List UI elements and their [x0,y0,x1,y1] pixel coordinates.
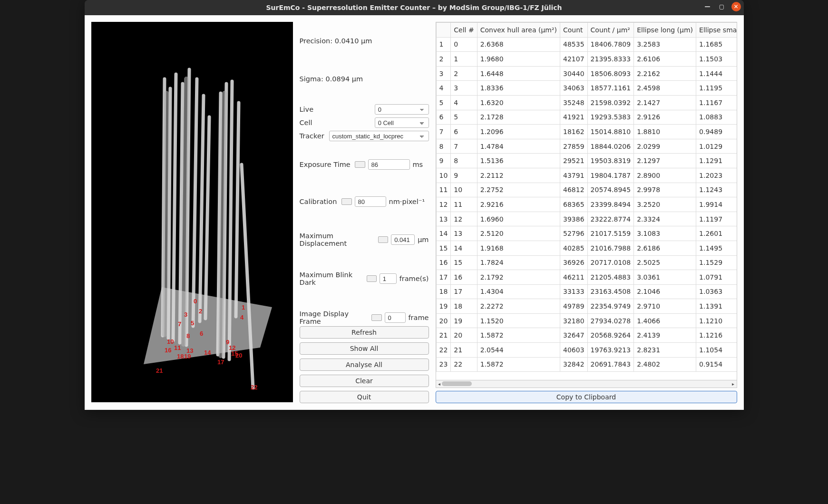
scroll-right-icon[interactable]: ▸ [730,380,737,387]
cell: 34063 [560,81,588,96]
cell: 1.1685 [696,37,737,52]
cell: 1.1216 [696,328,737,343]
table-row[interactable]: 22212.05444060319763.92132.82311.1054 [436,343,737,358]
tracker-select[interactable]: custom_static_kd_locprec [329,131,429,141]
cell: 2.9126 [634,110,696,125]
cell: 1.0363 [696,284,737,299]
maximize-button[interactable]: ▢ [717,2,727,11]
table-row[interactable]: 871.47842785918844.02062.02991.0129 [436,139,737,154]
scroll-thumb[interactable] [442,381,472,386]
table-row[interactable]: 16151.78243692620717.01082.50251.1529 [436,255,737,270]
exposure-label: Exposure Time [300,161,352,168]
calibration-slider[interactable] [341,198,352,205]
svg-text:16: 16 [165,347,171,354]
svg-text:18: 18 [177,353,184,360]
cell: 2.0299 [634,139,696,154]
svg-text:0: 0 [194,298,197,305]
cell: 1.8336 [477,81,560,96]
cell: 1.4304 [477,284,560,299]
cell: 1.1503 [696,52,737,67]
results-table[interactable]: Cell #Convex hull area (µm²)CountCount /… [436,22,737,372]
cell: 2.3324 [634,212,696,226]
svg-text:4: 4 [240,314,244,321]
maxdisp-slider[interactable] [378,236,389,243]
cell: 21205.4883 [587,270,634,285]
table-row[interactable]: 12112.92166836523399.84943.25201.9914 [436,197,737,212]
svg-text:22: 22 [251,384,257,391]
col-header[interactable]: Cell # [451,23,477,38]
analyseall-button[interactable]: Analyse All [300,359,429,371]
table-row[interactable]: 20191.15203218027934.02781.40661.1210 [436,313,737,328]
table-row[interactable]: 431.83363406318577.11612.45981.1195 [436,81,737,96]
table-row[interactable]: 981.51362952119503.83192.12971.1291 [436,154,737,168]
visualization-canvas[interactable]: 0 1 2 3 4 5 7 6 8 9 10 11 12 13 14 15 16 [91,22,293,402]
close-button[interactable]: ✕ [731,2,741,11]
table-row[interactable]: 211.96804210721395.83332.61061.1503 [436,52,737,67]
cell: 2.6106 [634,52,696,67]
table-row[interactable]: 541.63203524821598.03922.14271.1167 [436,95,737,110]
live-select[interactable]: 0 [375,104,429,115]
table-row[interactable]: 102.63684853518406.78093.25831.1685 [436,37,737,52]
showall-button[interactable]: Show All [300,342,429,355]
col-header[interactable]: Ellipse long (µm) [634,23,696,38]
app-window: SurEmCo - Superresolution Emitter Counte… [85,0,744,410]
copy-clipboard-button[interactable]: Copy to Clipboard [436,391,737,403]
cell: 1.1210 [696,313,737,328]
refresh-button[interactable]: Refresh [300,326,429,339]
col-header[interactable]: Ellipse small (µm) [696,23,737,38]
table-row[interactable]: 321.64483044018506.80932.21621.1444 [436,66,737,81]
row-number: 9 [436,154,451,168]
cell: 2.5025 [634,255,696,270]
table-row[interactable]: 23221.58723284220691.78432.48020.9154 [436,357,737,372]
table-row[interactable]: 15141.91684028521016.79882.61861.1495 [436,241,737,255]
row-number: 18 [436,284,451,299]
imgframe-slider[interactable] [371,314,382,321]
cell: 2.0544 [477,343,560,358]
calibration-input[interactable] [355,196,386,207]
table-row[interactable]: 17162.17924621121205.48833.03611.0791 [436,270,737,285]
row-number: 19 [436,299,451,314]
imgframe-input[interactable] [385,312,406,323]
quit-button[interactable]: Quit [300,391,429,403]
svg-text:11: 11 [174,344,181,351]
table-row[interactable]: 1092.21124379119804.17872.89001.2023 [436,168,737,183]
maxblink-slider[interactable] [367,275,377,282]
cell: 23163.4508 [587,284,634,299]
cell: 3.2583 [634,37,696,52]
table-row[interactable]: 19182.22724978922354.97492.97101.1391 [436,299,737,314]
cell: 2.2752 [477,183,560,197]
row-number: 23 [436,357,451,372]
minimize-button[interactable]: — [703,2,712,11]
col-header[interactable]: Count [560,23,588,38]
cell: 19 [451,313,477,328]
table-row[interactable]: 11102.27524681220574.89452.99781.1243 [436,183,737,197]
svg-text:3: 3 [184,311,187,318]
titlebar[interactable]: SurEmCo - Superresolution Emitter Counte… [85,0,744,15]
cell: 1.4784 [477,139,560,154]
col-header[interactable]: Convex hull area (µm²) [477,23,560,38]
row-number: 12 [436,197,451,212]
maxblink-input[interactable] [380,273,397,284]
cell: 2.4139 [634,328,696,343]
svg-text:14: 14 [204,349,211,356]
cell: 13 [451,226,477,241]
horizontal-scrollbar[interactable]: ◂ ▸ [436,380,737,388]
exposure-slider[interactable] [355,161,365,168]
cell: 6 [451,125,477,139]
table-row[interactable]: 18171.43043313323163.45082.10461.0363 [436,284,737,299]
maxdisp-input[interactable] [391,234,415,245]
clear-button[interactable]: Clear [300,375,429,387]
exposure-input[interactable] [368,159,410,170]
maxblink-label: Maximum Blink Dark [300,271,364,286]
table-row[interactable]: 761.20961816215014.88101.88100.9489 [436,125,737,139]
cell: 1.6448 [477,66,560,81]
col-header[interactable]: Count / µm² [587,23,634,38]
table-row[interactable]: 652.17284192119293.53832.91261.0883 [436,110,737,125]
cell: 18162 [560,125,588,139]
cell-select[interactable]: 0 Cell [375,117,429,128]
table-row[interactable]: 14132.51205279621017.51593.10831.2601 [436,226,737,241]
imgframe-label: Image Display Frame [300,310,369,325]
row-number: 5 [436,95,451,110]
table-row[interactable]: 21201.58723264720568.92642.41391.1216 [436,328,737,343]
table-row[interactable]: 13121.69603938623222.87742.33241.1197 [436,212,737,226]
